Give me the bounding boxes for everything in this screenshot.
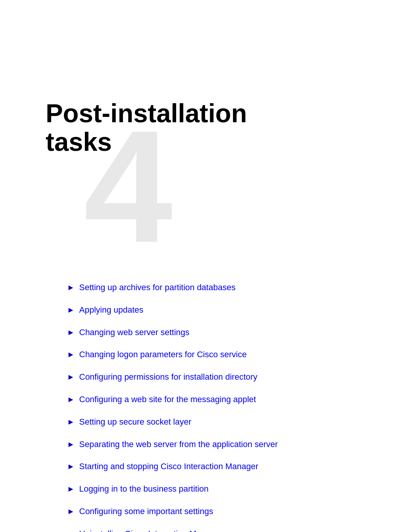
- bullet-arrow-icon: ▶: [68, 440, 73, 449]
- toc-link-logon-params[interactable]: Changing logon parameters for Cisco serv…: [79, 349, 247, 361]
- chapter-title: Post-installation tasks: [46, 99, 373, 156]
- bullet-arrow-icon: ▶: [68, 328, 73, 337]
- list-item: ▶Setting up secure socket layer: [68, 416, 373, 428]
- toc-link-ssl[interactable]: Setting up secure socket layer: [79, 416, 191, 428]
- list-item: ▶Configuring some important settings: [68, 506, 373, 518]
- toc-link-uninstall[interactable]: Uninstalling Cisco Interaction Manager: [79, 528, 223, 532]
- list-item: ▶Setting up archives for partition datab…: [68, 282, 373, 294]
- page-container: 4 Post-installation tasks ▶Setting up ar…: [0, 0, 411, 532]
- bullet-arrow-icon: ▶: [68, 530, 73, 532]
- list-item: ▶Changing web server settings: [68, 327, 373, 339]
- toc-link-updates[interactable]: Applying updates: [79, 304, 143, 316]
- toc-link-start-stop[interactable]: Starting and stopping Cisco Interaction …: [79, 461, 258, 473]
- bullet-arrow-icon: ▶: [68, 350, 73, 359]
- toc-link-important-settings[interactable]: Configuring some important settings: [79, 506, 213, 518]
- toc-link-web-site-messaging[interactable]: Configuring a web site for the messaging…: [79, 394, 256, 406]
- table-of-contents: ▶Setting up archives for partition datab…: [46, 282, 373, 532]
- list-item: ▶Logging in to the business partition: [68, 483, 373, 495]
- list-item: ▶Configuring a web site for the messagin…: [68, 394, 373, 406]
- bullet-arrow-icon: ▶: [68, 395, 73, 404]
- list-item: ▶Changing logon parameters for Cisco ser…: [68, 349, 373, 361]
- chapter-header: 4 Post-installation tasks: [46, 99, 373, 259]
- toc-link-login-partition[interactable]: Logging in to the business partition: [79, 483, 209, 495]
- list-item: ▶Applying updates: [68, 304, 373, 316]
- page-title: Post-installation tasks: [46, 99, 373, 156]
- toc-link-permissions[interactable]: Configuring permissions for installation…: [79, 371, 257, 383]
- bullet-arrow-icon: ▶: [68, 373, 73, 381]
- bullet-arrow-icon: ▶: [68, 462, 73, 471]
- list-item: ▶Uninstalling Cisco Interaction Manager: [68, 528, 373, 532]
- bullet-arrow-icon: ▶: [68, 418, 73, 426]
- bullet-arrow-icon: ▶: [68, 306, 73, 314]
- list-item: ▶Configuring permissions for installatio…: [68, 371, 373, 383]
- toc-link-web-server-settings[interactable]: Changing web server settings: [79, 327, 190, 339]
- list-item: ▶Starting and stopping Cisco Interaction…: [68, 461, 373, 473]
- list-item: ▶Separating the web server from the appl…: [68, 439, 373, 451]
- bullet-arrow-icon: ▶: [68, 507, 73, 516]
- toc-link-archives[interactable]: Setting up archives for partition databa…: [79, 282, 236, 294]
- toc-link-separate-web-app[interactable]: Separating the web server from the appli…: [79, 439, 278, 451]
- bullet-arrow-icon: ▶: [68, 283, 73, 292]
- bullet-arrow-icon: ▶: [68, 485, 73, 493]
